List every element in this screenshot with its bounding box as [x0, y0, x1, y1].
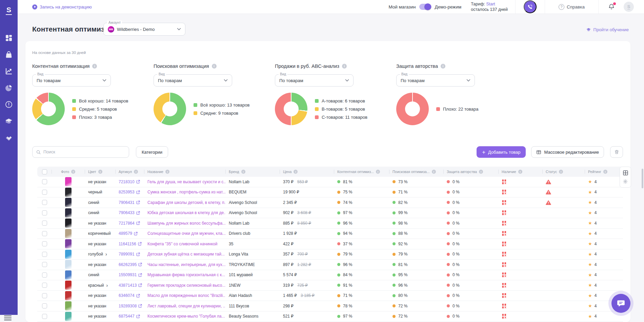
- external-link-icon[interactable]: [136, 180, 140, 184]
- info-icon[interactable]: i: [241, 170, 245, 174]
- info-icon[interactable]: i: [441, 64, 445, 69]
- warning-triangle-icon[interactable]: [546, 190, 551, 194]
- menu-hamburger-icon[interactable]: [4, 316, 12, 320]
- product-name-link[interactable]: Сарафан для школы детский, в клетку, п..…: [147, 200, 225, 205]
- warning-triangle-icon[interactable]: [546, 200, 551, 205]
- product-photo[interactable]: [65, 177, 72, 186]
- info-icon[interactable]: i: [603, 170, 607, 174]
- select-all-checkbox[interactable]: [42, 169, 47, 174]
- categories-button[interactable]: Категории: [136, 146, 168, 158]
- view-select[interactable]: Вид По товарам: [32, 74, 111, 87]
- column-header-label[interactable]: Бренд: [229, 170, 239, 174]
- info-icon[interactable]: i: [165, 170, 169, 174]
- external-link-icon[interactable]: [138, 263, 142, 266]
- external-link-icon[interactable]: [138, 283, 142, 287]
- column-header-label[interactable]: Артикул: [119, 170, 132, 174]
- analytics-chart-icon[interactable]: [5, 67, 13, 75]
- column-header-label[interactable]: Контентная оптимиз...: [337, 170, 374, 174]
- call-button[interactable]: [524, 0, 537, 13]
- product-name-link[interactable]: Шампунь для жирных волос бессульфа...: [147, 221, 225, 226]
- availability-grid-icon[interactable]: [502, 231, 507, 236]
- product-name-link[interactable]: Сумка женская , портфель-сумка из нат...: [147, 190, 225, 194]
- delete-button[interactable]: [610, 146, 623, 158]
- product-photo[interactable]: [65, 270, 72, 280]
- article-link[interactable]: 7906431: [119, 200, 135, 205]
- training-link[interactable]: Пройти обучение: [586, 27, 629, 32]
- availability-grid-icon[interactable]: [502, 210, 507, 215]
- article-link[interactable]: 11641156: [119, 242, 136, 246]
- product-name-link[interactable]: Масло для поврежденных волос "Brazili...: [147, 293, 225, 298]
- row-checkbox[interactable]: [42, 221, 47, 226]
- row-checkbox[interactable]: [42, 252, 47, 257]
- external-link-icon[interactable]: [136, 221, 140, 225]
- pie-chart-icon[interactable]: [5, 84, 13, 92]
- product-photo[interactable]: [65, 198, 72, 207]
- chevron-right-icon[interactable]: ›: [105, 251, 107, 257]
- product-name-link[interactable]: Муравьиная ферма горизонтальная с к...: [147, 272, 225, 277]
- row-checkbox[interactable]: [42, 231, 47, 236]
- product-photo[interactable]: [65, 301, 72, 310]
- product-photo[interactable]: [65, 291, 72, 300]
- scrollbar-thumb[interactable]: [642, 169, 643, 188]
- info-icon[interactable]: i: [134, 170, 138, 174]
- info-icon[interactable]: i: [71, 170, 75, 174]
- article-link[interactable]: 7217864: [119, 221, 135, 226]
- warning-triangle-icon[interactable]: [546, 179, 551, 184]
- view-select[interactable]: Вид По товарам: [396, 74, 475, 87]
- column-header-label[interactable]: Наличие: [502, 170, 516, 174]
- book-demo-link[interactable]: Запись на демонстрацию: [32, 4, 92, 10]
- external-link-icon[interactable]: [138, 273, 142, 277]
- column-header-label[interactable]: Фото: [61, 170, 69, 174]
- product-photo[interactable]: [65, 219, 72, 228]
- chevron-right-icon[interactable]: ›: [106, 283, 108, 288]
- demo-mode-switch[interactable]: [419, 4, 431, 10]
- availability-grid-icon[interactable]: [502, 283, 507, 288]
- search-input[interactable]: [43, 150, 125, 154]
- app-logo[interactable]: S: [0, 3, 18, 17]
- column-header-label[interactable]: Рейтинг: [588, 170, 601, 174]
- article-link[interactable]: 66262395: [119, 262, 137, 267]
- product-photo[interactable]: [65, 229, 72, 238]
- products-bag-icon[interactable]: [5, 51, 13, 59]
- external-link-icon[interactable]: [136, 294, 140, 298]
- product-name-link[interactable]: Детская зубная щётка с мигающим тай...: [147, 252, 225, 257]
- view-select[interactable]: Вид По товарам: [275, 74, 354, 87]
- external-link-icon[interactable]: [138, 242, 142, 246]
- partnership-handshake-icon[interactable]: [5, 134, 13, 142]
- row-checkbox[interactable]: [42, 210, 47, 215]
- row-checkbox[interactable]: [42, 179, 47, 184]
- info-icon[interactable]: i: [559, 170, 563, 174]
- availability-grid-icon[interactable]: [502, 221, 507, 226]
- availability-grid-icon[interactable]: [502, 272, 507, 278]
- row-checkbox[interactable]: [42, 262, 47, 267]
- product-photo[interactable]: [65, 239, 72, 248]
- info-icon[interactable]: i: [376, 170, 380, 174]
- account-select[interactable]: Аккаунт wb Wildberries - Demo: [103, 23, 185, 36]
- column-header-label[interactable]: Защита авторства: [447, 170, 477, 174]
- product-name-link[interactable]: Гель для душа, не вызывает сухости и с..…: [147, 179, 225, 184]
- article-link[interactable]: 43871413: [119, 283, 137, 288]
- dashboard-icon[interactable]: [5, 34, 13, 42]
- product-photo[interactable]: [65, 250, 72, 259]
- product-name-link[interactable]: Конфета "35" со сливочной начинкой: [147, 242, 217, 246]
- user-avatar[interactable]: S: [624, 2, 634, 12]
- availability-grid-icon[interactable]: [502, 200, 507, 205]
- article-link[interactable]: 8253953: [119, 190, 135, 194]
- education-cap-icon[interactable]: [5, 117, 13, 125]
- article-link[interactable]: 7218310: [119, 179, 135, 184]
- product-photo[interactable]: [65, 188, 72, 197]
- article-link[interactable]: 7906433: [119, 210, 135, 215]
- product-name-link[interactable]: Косметическое крем-мыло "Голубая ла...: [147, 314, 225, 319]
- availability-grid-icon[interactable]: [502, 241, 507, 247]
- info-icon[interactable]: i: [98, 170, 102, 174]
- info-icon[interactable]: i: [212, 64, 217, 69]
- article-link[interactable]: 15509931: [119, 272, 137, 277]
- row-checkbox[interactable]: [42, 283, 47, 288]
- availability-grid-icon[interactable]: [502, 303, 507, 309]
- row-checkbox[interactable]: [42, 314, 47, 319]
- availability-grid-icon[interactable]: [502, 262, 507, 267]
- product-name-link[interactable]: Часы настенные, интерьерные, для кух...: [147, 262, 225, 267]
- external-link-icon[interactable]: [136, 201, 140, 204]
- alerts-icon[interactable]: [5, 100, 13, 109]
- product-photo[interactable]: [65, 312, 72, 321]
